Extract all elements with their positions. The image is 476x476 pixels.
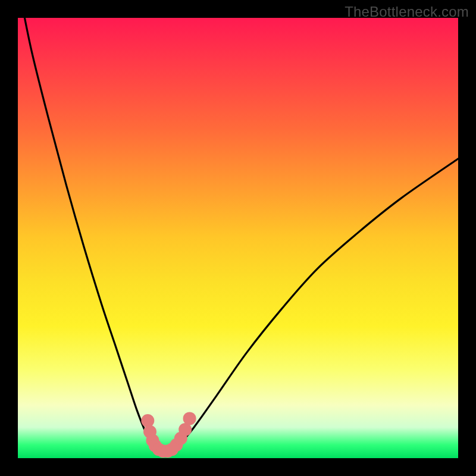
bottleneck-curve-svg [18,18,458,458]
highlight-marker [141,414,154,427]
highlight-marker [183,412,196,425]
bottleneck-curve [18,0,458,452]
highlight-markers [141,412,196,458]
watermark-text: TheBottleneck.com [345,4,469,20]
chart-frame: TheBottleneck.com [0,0,476,476]
plot-area [18,18,458,458]
